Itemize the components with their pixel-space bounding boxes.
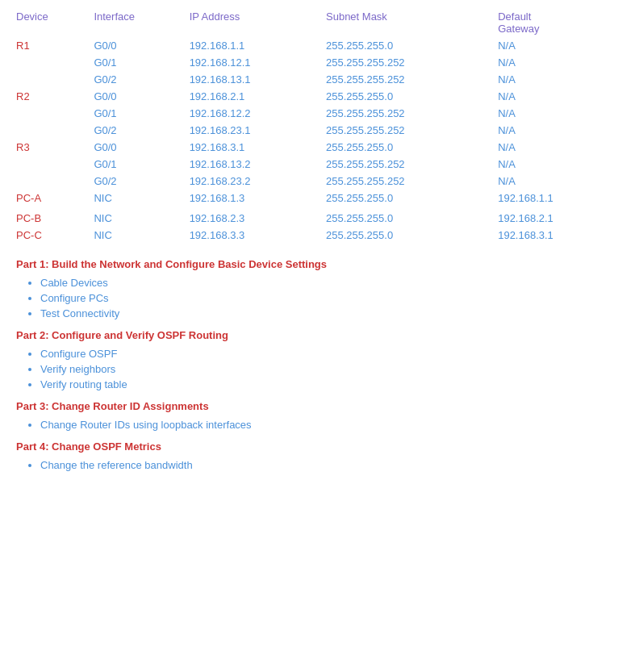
cell-ip: 192.168.13.1 [190,71,326,88]
col-header-gateway: DefaultGateway [498,8,623,37]
col-header-subnet: Subnet Mask [326,8,498,37]
cell-device: PC-C [16,227,94,244]
cell-subnet: 255.255.255.0 [326,88,498,105]
table-row: PC-CNIC192.168.3.3255.255.255.0192.168.3… [16,227,623,244]
part-list-part4: Change the reference bandwidth [40,459,623,471]
cell-gateway: N/A [498,105,623,122]
cell-interface: G0/1 [94,105,189,122]
cell-interface: G0/0 [94,88,189,105]
col-header-device: Device [16,8,94,37]
cell-device: R1 [16,37,94,54]
cell-ip: 192.168.1.3 [190,190,326,207]
list-item: Change Router IDs using loopback interfa… [40,419,623,431]
cell-gateway: N/A [498,71,623,88]
cell-subnet: 255.255.255.252 [326,122,498,139]
cell-gateway: N/A [498,37,623,54]
cell-ip: 192.168.23.2 [190,173,326,190]
cell-device: PC-A [16,190,94,207]
cell-interface: G0/0 [94,37,189,54]
table-row: G0/1192.168.12.2255.255.255.252N/A [16,105,623,122]
cell-device [16,54,94,71]
cell-interface: G0/2 [94,71,189,88]
part-list-part1: Cable DevicesConfigure PCsTest Connectiv… [40,277,623,319]
cell-subnet: 255.255.255.0 [326,227,498,244]
table-row: G0/1192.168.12.1255.255.255.252N/A [16,54,623,71]
cell-device: PC-B [16,210,94,227]
cell-gateway: N/A [498,156,623,173]
table-row: G0/2192.168.13.1255.255.255.252N/A [16,71,623,88]
cell-subnet: 255.255.255.252 [326,173,498,190]
part-list-part2: Configure OSPFVerify neighborsVerify rou… [40,348,623,390]
cell-gateway: N/A [498,173,623,190]
cell-device [16,105,94,122]
cell-interface: NIC [94,227,189,244]
cell-device [16,71,94,88]
table-row: PC-BNIC192.168.2.3255.255.255.0192.168.2… [16,210,623,227]
list-item: Verify neighbors [40,363,623,375]
cell-device [16,173,94,190]
cell-gateway: N/A [498,139,623,156]
part-list-part3: Change Router IDs using loopback interfa… [40,419,623,431]
main-container: Device Interface IP Address Subnet Mask … [16,8,623,471]
cell-device: R3 [16,139,94,156]
table-row: R1G0/0192.168.1.1255.255.255.0N/A [16,37,623,54]
cell-device: R2 [16,88,94,105]
cell-gateway: 192.168.1.1 [498,190,623,207]
part-heading-part1: Part 1: Build the Network and Configure … [16,258,623,270]
cell-subnet: 255.255.255.0 [326,190,498,207]
col-header-ip: IP Address [190,8,326,37]
part-heading-part3: Part 3: Change Router ID Assignments [16,400,623,412]
cell-interface: G0/2 [94,173,189,190]
list-item: Verify routing table [40,378,623,390]
cell-gateway: N/A [498,88,623,105]
cell-interface: NIC [94,210,189,227]
cell-ip: 192.168.23.1 [190,122,326,139]
cell-interface: NIC [94,190,189,207]
cell-ip: 192.168.13.2 [190,156,326,173]
part-heading-part4: Part 4: Change OSPF Metrics [16,440,623,453]
cell-gateway: 192.168.3.1 [498,227,623,244]
list-item: Cable Devices [40,277,623,289]
cell-interface: G0/2 [94,122,189,139]
cell-ip: 192.168.3.1 [190,139,326,156]
table-row: G0/2192.168.23.2255.255.255.252N/A [16,173,623,190]
list-item: Configure OSPF [40,348,623,360]
cell-interface: G0/1 [94,54,189,71]
part-heading-part2: Part 2: Configure and Verify OSPF Routin… [16,329,623,341]
parts-container: Part 1: Build the Network and Configure … [16,258,623,471]
table-row: G0/1192.168.13.2255.255.255.252N/A [16,156,623,173]
cell-subnet: 255.255.255.252 [326,54,498,71]
cell-interface: G0/0 [94,139,189,156]
address-table: Device Interface IP Address Subnet Mask … [16,8,623,244]
cell-subnet: 255.255.255.252 [326,105,498,122]
cell-device [16,156,94,173]
col-header-interface: Interface [94,8,189,37]
list-item: Change the reference bandwidth [40,459,623,471]
cell-gateway: 192.168.2.1 [498,210,623,227]
cell-subnet: 255.255.255.252 [326,71,498,88]
cell-ip: 192.168.2.3 [190,210,326,227]
cell-subnet: 255.255.255.252 [326,156,498,173]
cell-subnet: 255.255.255.0 [326,139,498,156]
cell-ip: 192.168.12.1 [190,54,326,71]
cell-gateway: N/A [498,122,623,139]
cell-gateway: N/A [498,54,623,71]
list-item: Configure PCs [40,292,623,304]
table-row: PC-ANIC192.168.1.3255.255.255.0192.168.1… [16,190,623,207]
cell-subnet: 255.255.255.0 [326,210,498,227]
list-item: Test Connectivity [40,307,623,319]
table-row: G0/2192.168.23.1255.255.255.252N/A [16,122,623,139]
cell-interface: G0/1 [94,156,189,173]
cell-ip: 192.168.1.1 [190,37,326,54]
table-row: R3G0/0192.168.3.1255.255.255.0N/A [16,139,623,156]
cell-subnet: 255.255.255.0 [326,37,498,54]
cell-ip: 192.168.3.3 [190,227,326,244]
cell-device [16,122,94,139]
cell-ip: 192.168.12.2 [190,105,326,122]
cell-ip: 192.168.2.1 [190,88,326,105]
table-row: R2G0/0192.168.2.1255.255.255.0N/A [16,88,623,105]
